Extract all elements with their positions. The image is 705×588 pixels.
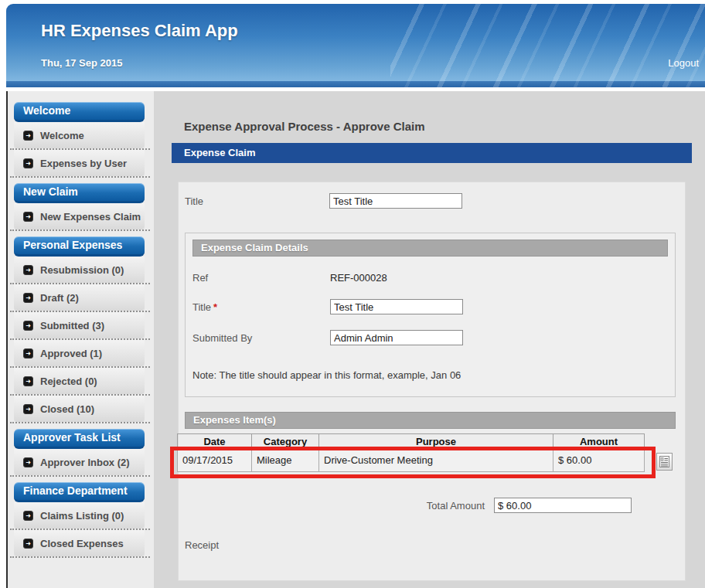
- cell-date: 09/17/2015: [177, 449, 251, 472]
- sidebar-section-personal-expenses[interactable]: Personal Expenses: [14, 236, 145, 257]
- header-bottom-strip: [6, 81, 705, 87]
- details-title-field-row: Title*: [192, 299, 668, 314]
- total-amount-label: Total Amount: [427, 500, 485, 512]
- arrow-bullet-icon: ➜: [23, 212, 33, 222]
- page-body: Welcome ➜ Welcome ➜ Expenses by User New…: [6, 91, 705, 588]
- expenses-table-header-row: Date Category Purpose Amount: [177, 433, 647, 449]
- divider: [10, 422, 150, 423]
- sidebar-item-claims-listing[interactable]: ➜ Claims Listing (0): [14, 502, 145, 529]
- sidebar-item-approver-inbox[interactable]: ➜ Approver Inbox (2): [14, 449, 145, 475]
- header-date: Thu, 17 Sep 2015: [41, 57, 123, 69]
- sidebar-section-welcome[interactable]: Welcome: [14, 102, 145, 122]
- ref-field-row: Ref REF-000028: [192, 272, 668, 284]
- receipt-label: Receipt: [185, 539, 219, 551]
- arrow-bullet-icon: ➜: [23, 131, 33, 141]
- receipt-row: Receipt: [185, 539, 679, 551]
- expenses-items-bar: Expenses Item(s): [185, 412, 676, 429]
- divider: [10, 176, 150, 178]
- column-header-amount: Amount: [553, 433, 645, 449]
- title-field-row: Title: [185, 193, 679, 209]
- sidebar-section-finance-department[interactable]: Finance Department: [14, 482, 145, 502]
- logout-link[interactable]: Logout: [668, 57, 699, 69]
- app-title: HR Expenses Claim App: [6, 4, 705, 41]
- cell-category: Mileage: [251, 449, 318, 472]
- row-details-button[interactable]: [656, 453, 673, 471]
- sidebar: Welcome ➜ Welcome ➜ Expenses by User New…: [8, 91, 154, 588]
- sidebar-section-new-claim[interactable]: New Claim: [14, 183, 145, 203]
- format-note: Note: The title should appear in this fo…: [192, 369, 668, 381]
- cell-purpose: Drive-Customer Meeting: [318, 449, 553, 472]
- required-asterisk: *: [213, 301, 217, 313]
- app-header: HR Expenses Claim App Thu, 17 Sep 2015 L…: [6, 4, 705, 87]
- arrow-bullet-icon: ➜: [23, 293, 33, 303]
- ref-label: Ref: [192, 272, 330, 284]
- total-amount-input[interactable]: [494, 498, 632, 513]
- arrow-bullet-icon: ➜: [23, 348, 33, 359]
- divider: [10, 229, 150, 231]
- expenses-table: Date Category Purpose Amount 09/17/2015 …: [177, 433, 647, 472]
- arrow-bullet-icon: ➜: [23, 511, 33, 521]
- column-header-purpose: Purpose: [318, 433, 553, 449]
- sidebar-item-submitted[interactable]: ➜ Submitted (3): [14, 312, 145, 338]
- arrow-bullet-icon: ➜: [23, 265, 33, 275]
- expense-claim-details-box: Expense Claim Details Ref REF-000028 Tit…: [185, 233, 676, 397]
- sidebar-item-new-expenses-claim[interactable]: ➜ New Expenses Claim: [14, 203, 145, 229]
- arrow-bullet-icon: ➜: [23, 321, 33, 331]
- sidebar-item-rejected[interactable]: ➜ Rejected (0): [14, 368, 145, 394]
- details-title-input[interactable]: [330, 299, 463, 314]
- column-header-date: Date: [177, 433, 251, 449]
- arrow-bullet-icon: ➜: [23, 158, 33, 168]
- details-box-title: Expense Claim Details: [192, 240, 668, 257]
- main-content: Expense Approval Process - Approve Claim…: [154, 91, 705, 588]
- submitted-by-label: Submitted By: [192, 332, 330, 344]
- sidebar-section-approver-task-list[interactable]: Approver Task List: [14, 429, 145, 449]
- submitted-by-input[interactable]: [330, 330, 463, 345]
- sidebar-item-closed[interactable]: ➜ Closed (10): [14, 396, 145, 422]
- page-title: Expense Approval Process - Approve Claim: [184, 120, 692, 133]
- divider: [10, 556, 150, 558]
- column-header-category: Category: [251, 433, 318, 449]
- expense-claim-section-bar: Expense Claim: [172, 143, 692, 163]
- cell-amount: $ 60.00: [553, 449, 645, 472]
- submitted-by-field-row: Submitted By: [192, 330, 668, 345]
- sidebar-item-resubmission[interactable]: ➜ Resubmission (0): [14, 257, 145, 283]
- list-lines-icon: [659, 456, 669, 467]
- expense-claim-form: Title Expense Claim Details Ref REF-0000…: [178, 182, 686, 581]
- title-label: Title: [185, 195, 329, 207]
- title-input[interactable]: [329, 193, 462, 209]
- details-title-label: Title*: [192, 301, 330, 313]
- sidebar-item-expenses-by-user[interactable]: ➜ Expenses by User: [14, 150, 145, 176]
- expense-item-row[interactable]: 09/17/2015 Mileage Drive-Customer Meetin…: [177, 449, 647, 472]
- divider: [10, 475, 150, 477]
- ref-value: REF-000028: [330, 272, 387, 284]
- arrow-bullet-icon: ➜: [23, 404, 33, 414]
- sidebar-item-closed-expenses[interactable]: ➜ Closed Expenses: [14, 530, 145, 556]
- sidebar-item-approved[interactable]: ➜ Approved (1): [14, 340, 145, 366]
- arrow-bullet-icon: ➜: [23, 457, 33, 467]
- sidebar-item-draft[interactable]: ➜ Draft (2): [14, 284, 145, 311]
- sidebar-item-welcome[interactable]: ➜ Welcome: [14, 122, 145, 148]
- total-amount-row: Total Amount: [185, 498, 679, 513]
- arrow-bullet-icon: ➜: [23, 539, 33, 549]
- arrow-bullet-icon: ➜: [23, 376, 33, 386]
